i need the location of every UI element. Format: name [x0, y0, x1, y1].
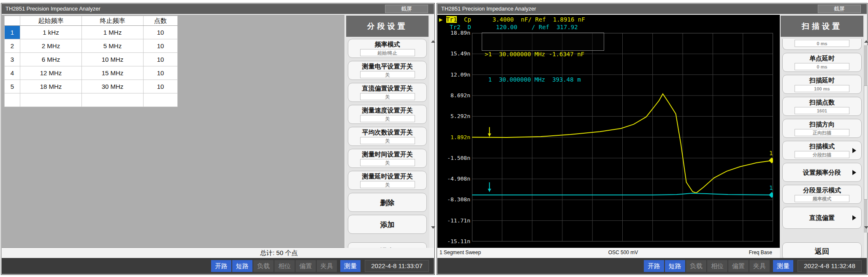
panel-button-扫描模式[interactable]: 扫描模式分段扫描 — [782, 141, 862, 160]
scroll-up-icon[interactable] — [431, 40, 435, 43]
table-cell[interactable]: 2 MHz — [20, 39, 82, 53]
table-row[interactable] — [5, 93, 178, 107]
table-cell[interactable]: 10 — [144, 66, 178, 80]
scroll-down-icon[interactable] — [864, 226, 868, 229]
y-axis-labels: 18.89n15.49n12.09n8.692n5.292n1.892n-1.5… — [439, 15, 470, 248]
statusbar-button-偏置[interactable]: 偏置 — [728, 260, 749, 272]
y-tick-label: 5.292n — [450, 113, 470, 119]
row-number-cell[interactable]: 1 — [5, 26, 20, 39]
osc-level-label: OSC 500 mV — [564, 250, 682, 255]
panel-button-label: 测量延时设置开关 — [348, 173, 426, 181]
right-screenshot-button[interactable]: 截屏 — [818, 5, 861, 13]
right-titlebar: TH2851 Precision Impedance Analyzer 截屏 — [437, 4, 867, 14]
panel-button-平均次数设置开关[interactable]: 平均次数设置开关关 — [348, 127, 427, 146]
table-row[interactable]: 518 MHz30 MHz10 — [5, 80, 178, 93]
table-row[interactable]: 412 MHz15 MHz10 — [5, 66, 178, 80]
panel-button-value: 频率模式 — [795, 195, 849, 202]
statusbar-button-开路[interactable]: 开路 — [644, 260, 664, 272]
panel-button-扫描点数[interactable]: 扫描点数1601 — [782, 97, 862, 116]
table-cell[interactable]: 18 MHz — [20, 80, 82, 93]
ref-arrow-head-Tr2 — [488, 189, 491, 192]
table-row[interactable]: 36 MHz10 MHz10 — [5, 53, 178, 66]
right-window-title: TH2851 Precision Impedance Analyzer — [441, 5, 536, 12]
panel-button-设置频率分段[interactable]: 设置频率分段 — [782, 163, 862, 182]
right-statusbar: 开路短路负载相位偏置夹具测量2022-4-8 11:32:48 — [437, 258, 867, 274]
return-button[interactable]: 返回 — [782, 242, 862, 260]
row-number-cell[interactable]: 2 — [5, 39, 20, 53]
panel-button-value: 0 ms — [795, 40, 849, 47]
table-cell[interactable]: 10 MHz — [82, 53, 144, 66]
ref-arrow-head-Tr1 — [488, 134, 491, 137]
panel-button-测量时间设置开关[interactable]: 测量时间设置开关关 — [348, 149, 427, 168]
statusbar-button-夹具[interactable]: 夹具 — [749, 260, 770, 272]
statusbar-button-测量[interactable]: 测量 — [340, 260, 361, 272]
table-cell[interactable]: 10 — [144, 39, 178, 53]
scroll-down-icon[interactable] — [431, 226, 435, 229]
table-cell[interactable]: 12 MHz — [20, 66, 82, 80]
table-cell[interactable]: 1 MHz — [82, 26, 144, 39]
panel-button-partial[interactable]: 0 ms — [782, 39, 862, 50]
table-cell[interactable]: 15 MHz — [82, 66, 144, 80]
y-tick-label: -4.908n — [447, 176, 470, 182]
scrollbar-thumb[interactable] — [864, 85, 868, 200]
panel-button-label: 分段显示模式 — [783, 186, 861, 195]
table-cell[interactable] — [144, 93, 178, 107]
statusbar-button-短路[interactable]: 短路 — [665, 260, 685, 272]
panel-button-直流偏置[interactable]: 直流偏置 — [782, 207, 862, 229]
y-tick-label: 15.49n — [450, 50, 470, 57]
panel-button-分段显示模式[interactable]: 分段显示模式频率模式 — [782, 185, 862, 204]
scroll-up-icon[interactable] — [864, 40, 868, 43]
row-number-cell[interactable]: 5 — [5, 80, 20, 93]
table-cell[interactable]: 5 MHz — [82, 39, 144, 53]
statusbar-button-开路[interactable]: 开路 — [211, 260, 231, 272]
submenu-arrow-icon — [852, 170, 856, 175]
statusbar-button-相位[interactable]: 相位 — [707, 260, 727, 272]
statusbar-button-测量[interactable]: 测量 — [773, 260, 793, 272]
statusbar-button-偏置[interactable]: 偏置 — [296, 260, 316, 272]
statusbar-button-短路[interactable]: 短路 — [232, 260, 252, 272]
panel-button-value: 关 — [360, 137, 415, 144]
panel-button-删除[interactable]: 删除 — [348, 193, 427, 212]
row-number-cell[interactable] — [5, 93, 20, 107]
panel-button-扫描方向[interactable]: 扫描方向正向扫描 — [782, 119, 862, 138]
marker1-tr2-readout: 1 30.000000 MHz 393.48 m — [485, 75, 604, 84]
panel-button-测量电平设置开关[interactable]: 测量电平设置开关关 — [348, 61, 427, 80]
panel-button-单点延时[interactable]: 单点延时0 ms — [782, 53, 862, 72]
sweep-panel-title: 扫描设置 — [781, 16, 863, 37]
row-number-cell[interactable]: 4 — [5, 66, 20, 80]
statusbar-button-负载[interactable]: 负载 — [686, 260, 706, 272]
statusbar-button-相位[interactable]: 相位 — [274, 260, 295, 272]
segment-setup-panel: 分段设置 频率模式起始/终止测量电平设置开关关直流偏置设置开关关测量速度设置开关… — [345, 15, 429, 258]
clock-display: 2022-4-8 11:32:48 — [797, 260, 862, 272]
table-cell[interactable]: 6 MHz — [20, 53, 82, 66]
segment-table[interactable]: 起始频率终止频率点数11 kHz1 MHz1022 MHz5 MHz1036 M… — [4, 16, 178, 107]
chart-footer: 1 Segment Sweep OSC 500 mV Freq Base — [437, 248, 780, 258]
table-cell[interactable]: 10 — [144, 80, 178, 93]
table-row[interactable]: 22 MHz5 MHz10 — [5, 39, 178, 53]
screen: TH2851 Precision Impedance Analyzer 截屏 起… — [0, 0, 868, 277]
panel-button-测量延时设置开关[interactable]: 测量延时设置开关关 — [348, 171, 427, 190]
panel-button-value: 关 — [360, 159, 415, 166]
statusbar-button-夹具[interactable]: 夹具 — [317, 260, 337, 272]
panel-button-label: 直流偏置设置开关 — [348, 85, 426, 93]
panel-button-直流偏置设置开关[interactable]: 直流偏置设置开关关 — [348, 83, 427, 102]
panel-button-扫描延时[interactable]: 扫描延时100 ms — [782, 75, 862, 94]
panel-button-测量速度设置开关[interactable]: 测量速度设置开关关 — [348, 105, 427, 124]
table-cell[interactable] — [20, 93, 82, 107]
row-number-cell[interactable]: 3 — [5, 53, 20, 66]
panel-button-添加[interactable]: 添加 — [348, 215, 427, 234]
table-cell[interactable]: 30 MHz — [82, 80, 144, 93]
table-cell[interactable]: 10 — [144, 26, 178, 39]
panel-button-频率模式[interactable]: 频率模式起始/终止 — [348, 39, 427, 58]
y-tick-label: 18.89n — [450, 30, 470, 36]
totals-strip: 总计: 50 个点 — [2, 248, 434, 258]
table-cell[interactable] — [82, 93, 144, 107]
sweep-panel-scroll-viewport: 0 ms单点延时0 ms扫描延时100 ms扫描点数1601扫描方向正向扫描扫描… — [781, 39, 863, 239]
table-cell[interactable]: 10 — [144, 53, 178, 66]
scrollbar-track[interactable] — [864, 45, 868, 233]
left-screenshot-button[interactable]: 截屏 — [385, 5, 428, 13]
statusbar-button-负载[interactable]: 负载 — [253, 260, 274, 272]
submenu-arrow-icon — [852, 215, 856, 220]
table-cell[interactable]: 1 kHz — [20, 26, 82, 39]
table-row[interactable]: 11 kHz1 MHz10 — [5, 26, 178, 39]
